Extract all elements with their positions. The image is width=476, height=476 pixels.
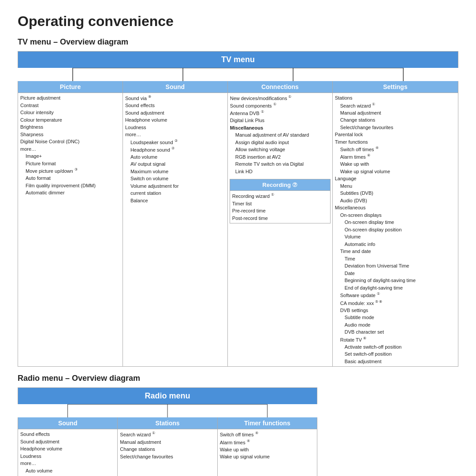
item: Picture adjustment [20,94,120,102]
item: Picture format [20,160,120,167]
item: Auto format [20,175,120,182]
item: Timer functions [335,138,456,146]
sound-column: Sound Sound via ⑨ Sound effects Sound ad… [123,81,228,366]
item: New devices/modifications ① [230,94,330,102]
item: Headphone volume [20,445,115,453]
item: Contrast [20,102,120,109]
section2-heading: Radio menu – Overview diagram [18,374,458,383]
item: Colour temperature [20,116,120,124]
settings-column: Settings Stations Search wizard ① Manual… [333,81,458,366]
item: Search wizard ① [335,102,456,109]
radio-menu-bar: Radio menu [18,388,317,404]
item: Sound components ① [230,102,330,109]
item: Change stations [120,446,215,453]
radio-diagram: Radio menu Sound Sound effects Sound adj… [18,387,317,476]
picture-items: Picture adjustment Contrast Colour inten… [18,93,123,198]
item: Date [335,270,456,277]
item: Deviation from Universal Time [335,262,456,270]
item: Change stations [335,116,456,124]
item: Sharpness [20,131,120,138]
item: Sound adjustment [125,109,225,117]
item: Subtitles (DVB) [335,190,456,197]
tv-connector [18,68,458,81]
tv-menu-bar: TV menu [18,52,458,68]
item: Select/change favourites [120,453,215,461]
item: Colour intensity [20,109,120,116]
item: AV output signal [125,160,225,168]
item: Wake up signal volume [220,453,315,461]
item: Auto volume [20,467,115,475]
section1-heading: TV menu – Overview diagram [18,37,458,47]
item: Film quality improvement (DMM) [20,182,120,190]
item: Loudness [125,124,225,131]
item: Audio mode [335,321,456,329]
item: Image+ [20,152,120,160]
radio-timer-header: Timer functions [218,417,317,429]
item: Volume adjustment for [125,182,225,190]
item: Link HD [230,168,330,175]
page-title: Operating convenience [18,13,458,30]
item: Headphone sound ② [125,146,225,153]
recording-box: Recording ⑦ Recording wizard ① Timer lis… [230,179,331,223]
item: Rotate TV ⑥ [335,336,456,343]
item: Brightness [20,123,120,131]
item: Auto volume [125,153,225,161]
item: Maximum volume [125,168,225,175]
item: End of daylight-saving time [335,284,456,292]
item: Time [335,255,456,263]
item: Sound effects [20,431,115,438]
item: Subtitle mode [335,314,456,321]
item: On-screen display time [335,219,456,226]
item: Manual adjustment [335,109,456,117]
item: Loudspeaker sound ② [125,138,225,146]
sound-header: Sound [123,81,227,93]
radio-stations-header: Stations [118,417,217,429]
item: Language [335,175,456,182]
item: Switch off times ④ [220,431,315,438]
picture-column: Picture Picture adjustment Contrast Colo… [18,81,123,366]
radio-sound-header: Sound [18,417,117,429]
item: Switch on volume [125,175,225,182]
item: Wake up with [220,446,315,454]
item: Switch off times ④ [335,145,456,153]
item: Volume [335,233,456,241]
item: Recording wizard ① [232,192,328,200]
item: DVB character set [335,328,456,336]
item: Balance [125,197,225,205]
item: Set switch-off position [335,350,456,358]
item: Sound adjustment [20,438,115,446]
item: Miscellaneous [230,124,330,132]
item: Audio (DVB) [335,197,456,205]
item: Sound via ⑨ [125,94,225,102]
item: Loudness [20,453,115,460]
item: Post-record time [232,215,328,222]
item: Search wizard ① [120,431,215,438]
item: Time and date [335,248,456,255]
settings-items: Stations Search wizard ① Manual adjustme… [333,93,458,366]
item: Wake up with [335,160,456,168]
item: Manual adjustment [120,439,215,446]
item: On-screen displays [335,212,456,219]
item: Menu [335,182,456,190]
item: Digital Noise Control (DNC) [20,138,120,145]
item: Manual adjustment of AV standard [230,131,330,139]
radio-timer-column: Timer functions Switch off times ④ Alarm… [218,417,317,476]
settings-header: Settings [333,81,458,93]
item: Allow switching voltage [230,146,330,153]
item: On-screen display position [335,226,456,234]
item: Beginning of daylight-saving time [335,277,456,284]
item: more… [20,460,115,467]
item: Headphone volume [125,116,225,124]
item: Alarm times ④ [220,439,315,446]
item: Alarm times ④ [335,153,456,160]
item: CA module: xxx ⑤ ⑧ [335,299,456,307]
item: Activate switch-off position [335,343,456,351]
item: Miscellaneous [335,204,456,212]
recording-header: Recording ⑦ [230,179,330,191]
item: Automatic info [335,241,456,248]
item: Maximum volume [20,474,115,476]
item: Basic adjustment [335,358,456,365]
item: Parental lock [335,131,456,138]
connections-header: Connections [228,81,332,93]
radio-connector [18,404,317,417]
